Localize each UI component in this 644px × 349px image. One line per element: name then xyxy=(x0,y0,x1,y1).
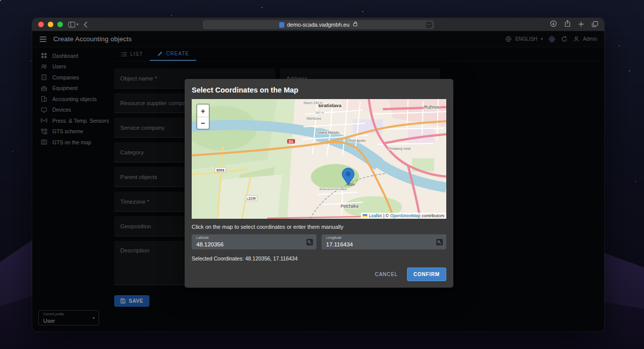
map-shield: B508 xyxy=(216,168,224,172)
chevron-down-icon: ▾ xyxy=(76,22,78,27)
new-tab-button[interactable] xyxy=(578,20,584,29)
latitude-input[interactable] xyxy=(196,241,297,247)
back-button[interactable] xyxy=(84,22,88,28)
site-shield-icon xyxy=(279,22,284,28)
minimize-button[interactable] xyxy=(48,22,53,27)
ukraine-flag-icon xyxy=(363,214,367,217)
leaflet-link[interactable]: Leaflet xyxy=(369,213,382,218)
stars xyxy=(0,0,1,1)
map-label: Most Apollo xyxy=(349,139,366,143)
confirm-button[interactable]: CONFIRM xyxy=(407,268,446,281)
map-attribution: Leaflet | © OpenStreetMap contributors xyxy=(361,213,446,219)
tab-overview-button[interactable] xyxy=(592,20,598,29)
autofill-key-icon[interactable] xyxy=(436,238,443,247)
autofill-key-icon[interactable] xyxy=(306,238,313,247)
url-text: demo-scada.vadgmbh.eu xyxy=(287,22,349,28)
latitude-field[interactable]: Latitude xyxy=(192,234,316,249)
map-label: Ružinov xyxy=(424,105,440,110)
extension-badge-icon[interactable]: ⋯ xyxy=(426,22,432,28)
window-controls xyxy=(38,22,63,27)
map-instruction: Click on the map to select coordinates o… xyxy=(192,224,446,230)
scada-app: Create Accounting objects ENGLISH ▾ Admi… xyxy=(32,31,604,331)
zoom-out-button[interactable]: − xyxy=(197,117,209,129)
map-label: Bratislava-Petržalka xyxy=(319,188,347,191)
dialog-title: Select Coordinates on the Map xyxy=(192,79,446,99)
coordinates-map[interactable]: D1 B508 L2239 Bratislava Staré Mesto Ruž… xyxy=(192,99,446,219)
share-button[interactable] xyxy=(565,20,571,29)
map-graphic: D1 B508 L2239 Bratislava Staré Mesto Ruž… xyxy=(192,99,446,219)
zoom-control: + − xyxy=(196,104,210,130)
dialog-actions: CANCEL CONFIRM xyxy=(192,268,446,284)
map-shield: L2239 xyxy=(247,197,256,200)
coordinates-dialog: Select Coordinates on the Map xyxy=(185,79,453,288)
browser-toolbar: ▾ demo-scada.vadgmbh.eu ⋯ xyxy=(32,18,604,31)
lock-icon xyxy=(353,23,357,26)
latitude-label: Latitude xyxy=(196,236,312,239)
coordinates-inputs: Latitude Longitude xyxy=(192,234,446,249)
browser-actions xyxy=(550,20,598,29)
close-button[interactable] xyxy=(38,22,44,27)
map-shield: D1 xyxy=(289,140,293,143)
map-label: Staré Mesto xyxy=(317,130,340,135)
longitude-field[interactable]: Longitude xyxy=(321,234,446,249)
fullscreen-button[interactable] xyxy=(57,22,63,27)
browser-window: ▾ demo-scada.vadgmbh.eu ⋯ xyxy=(32,18,604,331)
map-label: Prístavný most xyxy=(389,147,411,151)
downloads-button[interactable] xyxy=(550,20,557,29)
zoom-in-button[interactable]: + xyxy=(197,105,209,117)
url-bar[interactable]: demo-scada.vadgmbh.eu ⋯ xyxy=(203,20,434,29)
map-label: Slavín 249 m xyxy=(303,101,323,105)
map-label: Petržalka xyxy=(341,204,359,209)
longitude-label: Longitude xyxy=(326,236,442,239)
longitude-input[interactable] xyxy=(326,241,427,247)
map-label: 247 m xyxy=(315,111,324,114)
map-label: Miletičova xyxy=(306,117,321,120)
sidebar-toggle-button[interactable]: ▾ xyxy=(68,22,78,28)
cancel-button[interactable]: CANCEL xyxy=(371,269,401,280)
openstreetmap-link[interactable]: OpenStreetMap xyxy=(390,213,421,218)
selected-coordinates-text: Selected Coordinates: 48.120356, 17.1164… xyxy=(192,255,446,261)
